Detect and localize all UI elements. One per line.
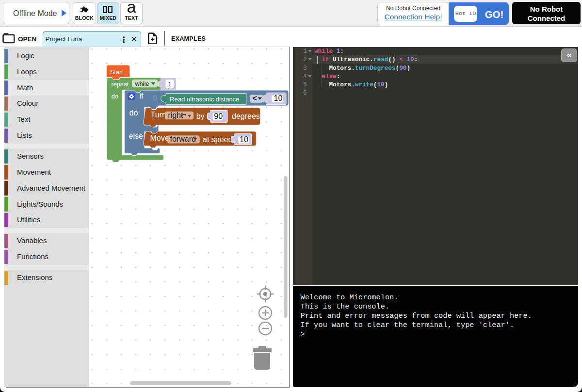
svg-text:forward: forward bbox=[170, 135, 196, 143]
svg-text:<: < bbox=[253, 94, 257, 102]
svg-text:else: else bbox=[129, 132, 143, 140]
svg-text:Read ultrasonic distance: Read ultrasonic distance bbox=[170, 95, 239, 102]
svg-text:do: do bbox=[129, 109, 138, 117]
svg-text:90: 90 bbox=[214, 112, 223, 120]
svg-text:at speed: at speed bbox=[203, 135, 232, 143]
svg-text:1: 1 bbox=[168, 81, 172, 87]
svg-text:by: by bbox=[196, 112, 205, 120]
svg-text:degrees: degrees bbox=[232, 112, 260, 120]
svg-text:if: if bbox=[140, 92, 144, 100]
svg-text:Move: Move bbox=[150, 133, 169, 142]
svg-text:right: right bbox=[168, 111, 183, 119]
svg-text:10: 10 bbox=[240, 135, 248, 144]
svg-text:while: while bbox=[135, 80, 149, 87]
svg-text:repeat: repeat bbox=[112, 81, 129, 87]
svg-text:do: do bbox=[112, 93, 118, 100]
svg-text:Start: Start bbox=[110, 68, 123, 75]
svg-text:10: 10 bbox=[274, 94, 283, 102]
svg-text:Turn: Turn bbox=[151, 111, 166, 119]
